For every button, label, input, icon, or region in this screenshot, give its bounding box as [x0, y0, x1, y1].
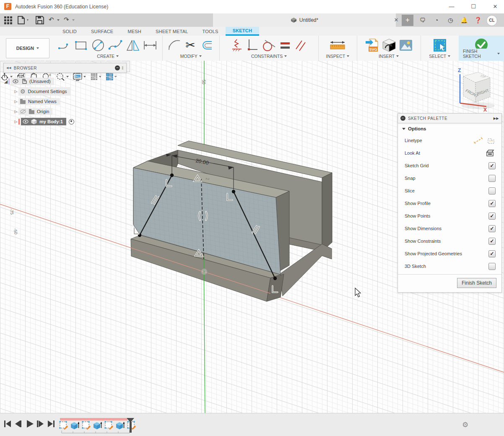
tab-surface[interactable]: SURFACE: [84, 27, 120, 36]
timeline-item-sketch[interactable]: [59, 420, 68, 431]
comments-panel-icon[interactable]: 🗨: [419, 16, 426, 24]
document-tab[interactable]: Untitled*: [213, 13, 396, 27]
timeline-item-extrude[interactable]: [93, 420, 102, 431]
create-menu[interactable]: CREATE: [97, 54, 119, 60]
timeline-item-extrude[interactable]: [116, 420, 125, 431]
timeline-item-sketch[interactable]: [104, 420, 113, 431]
select-menu[interactable]: SELECT: [429, 54, 450, 60]
finish-sketch-menu[interactable]: FINISH SKETCH: [463, 49, 500, 60]
tangent-constraint-icon[interactable]: [261, 38, 277, 53]
browser-item-document-settings[interactable]: ▷ ⚙ Document Settings: [3, 86, 127, 96]
constraints-menu[interactable]: CONSTRAINTS: [251, 54, 287, 60]
minimize-button[interactable]: —: [445, 3, 458, 11]
step-forward-icon[interactable]: [37, 420, 44, 427]
fix-constraint-icon[interactable]: [231, 38, 243, 53]
view-cube[interactable]: Z X FRONT RIGHT TOP: [458, 67, 495, 113]
account-avatar[interactable]: CL: [486, 15, 497, 26]
sketch-dimension-tool-icon[interactable]: [142, 38, 158, 53]
sketch-point[interactable]: [273, 277, 277, 280]
browser-collapse-icon[interactable]: −: [115, 65, 120, 70]
job-status-clock-icon[interactable]: ◷: [447, 16, 454, 24]
palette-dock-arrows-icon[interactable]: ▶▶: [494, 117, 499, 120]
show-projected-geometries-checkbox[interactable]: ✓: [488, 250, 496, 257]
finish-sketch-button[interactable]: Finish Sketch: [457, 278, 496, 288]
expand-icon[interactable]: ▷: [13, 99, 18, 104]
insert-svg-icon[interactable]: SVG: [364, 37, 379, 53]
timeline-position-marker[interactable]: [126, 418, 135, 433]
line-tool-icon[interactable]: [57, 38, 73, 52]
slice-checkbox[interactable]: [488, 187, 496, 195]
equal-constraint-icon[interactable]: [278, 38, 292, 52]
browser-item-body[interactable]: ▷ my Body:1: [3, 117, 127, 127]
play-icon[interactable]: [27, 420, 34, 428]
file-menu-icon[interactable]: [17, 16, 29, 25]
step-back-icon[interactable]: [15, 420, 21, 427]
projection-linetype-icon[interactable]: [486, 136, 496, 145]
new-tab-button[interactable]: +: [402, 15, 413, 26]
app-grid-menu-icon[interactable]: [3, 16, 13, 25]
show-dimensions-checkbox[interactable]: ✓: [488, 225, 496, 232]
3d-sketch-checkbox[interactable]: [488, 263, 496, 270]
tab-mesh[interactable]: MESH: [120, 27, 148, 36]
notifications-bell-icon[interactable]: 🔔: [460, 16, 468, 24]
rectangle-tool-icon[interactable]: [74, 38, 88, 52]
circle-tool-icon[interactable]: [90, 38, 106, 53]
browser-item-document[interactable]: ◢ (Unsaved): [3, 76, 127, 86]
spline-tool-icon[interactable]: [108, 38, 124, 53]
collapse-arrows-icon[interactable]: ◀◀: [6, 66, 11, 70]
snap-checkbox[interactable]: [488, 175, 496, 182]
insert-decal-icon[interactable]: [381, 37, 397, 53]
tab-solid[interactable]: SOLID: [55, 27, 84, 36]
fillet-tool-icon[interactable]: [167, 38, 182, 52]
select-tool-icon[interactable]: [432, 38, 447, 53]
workspace-selector[interactable]: DESIGN: [6, 38, 49, 58]
trim-tool-icon[interactable]: ✂: [183, 38, 197, 53]
expand-icon[interactable]: ▷: [13, 119, 18, 124]
help-icon[interactable]: ❓: [474, 16, 482, 24]
go-to-end-icon[interactable]: [48, 420, 55, 427]
eye-off-icon[interactable]: [20, 109, 26, 114]
save-icon[interactable]: [35, 16, 44, 25]
insert-canvas-icon[interactable]: [399, 39, 413, 52]
expand-icon[interactable]: ▷: [13, 89, 18, 93]
undo-dropdown-icon[interactable]: [57, 19, 60, 21]
model-face[interactable]: [322, 173, 332, 251]
sketch-grid-checkbox[interactable]: ✓: [488, 162, 496, 169]
sketch-palette-header[interactable]: − SKETCH PALETTE ▶▶: [398, 114, 501, 123]
offset-tool-icon[interactable]: [199, 38, 214, 52]
finish-sketch-icon[interactable]: [474, 37, 488, 49]
tab-sketch[interactable]: SKETCH: [226, 27, 259, 36]
extensions-icon[interactable]: ◔: [433, 16, 440, 24]
transport-icons[interactable]: [4, 420, 55, 428]
inspect-menu[interactable]: INSPECT: [326, 54, 350, 60]
eye-icon[interactable]: [13, 79, 18, 84]
show-points-checkbox[interactable]: ✓: [488, 213, 496, 220]
browser-header[interactable]: ◀◀ BROWSER − ‖: [3, 63, 127, 73]
expand-icon[interactable]: ◢: [3, 79, 8, 84]
sketch-point[interactable]: [232, 190, 235, 193]
insert-menu[interactable]: INSERT: [379, 54, 399, 60]
expand-icon[interactable]: ▷: [13, 109, 18, 114]
palette-options-section[interactable]: Options: [398, 123, 501, 134]
browser-item-named-views[interactable]: ▷ Named Views: [3, 96, 127, 106]
look-at-icon[interactable]: [486, 149, 495, 157]
browser-item-origin[interactable]: ▷ Origin: [3, 106, 127, 117]
tab-sheet-metal[interactable]: SHEET METAL: [148, 27, 195, 36]
redo-dropdown-icon[interactable]: [72, 19, 75, 21]
show-constraints-checkbox[interactable]: ✓: [488, 238, 496, 245]
eye-icon[interactable]: [23, 119, 29, 124]
construction-linetype-icon[interactable]: [473, 136, 483, 145]
timeline-item-sketch[interactable]: [82, 420, 91, 431]
sketch-point[interactable]: [170, 174, 174, 177]
timeline-settings-gear-icon[interactable]: ⚙: [462, 420, 468, 429]
palette-collapse-icon[interactable]: −: [400, 116, 405, 121]
show-profile-checkbox[interactable]: ✓: [488, 200, 496, 207]
horizontal-vertical-constraint-icon[interactable]: [245, 38, 259, 53]
close-button[interactable]: ✕: [489, 3, 501, 11]
mirror-tool-icon[interactable]: [125, 38, 140, 53]
browser-grip[interactable]: ‖: [122, 66, 124, 70]
activate-radio-icon[interactable]: [69, 119, 74, 125]
undo-icon[interactable]: ↶: [49, 16, 54, 23]
measure-tool-icon[interactable]: [328, 38, 347, 52]
timeline-item-extrude[interactable]: [70, 420, 79, 431]
